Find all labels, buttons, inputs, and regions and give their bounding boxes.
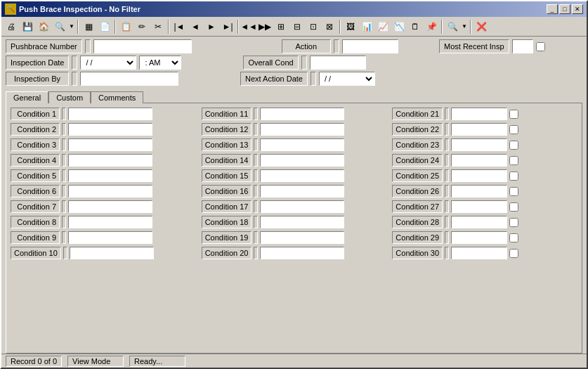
minimize-button[interactable]: _ bbox=[547, 4, 558, 14]
condition-input-23[interactable] bbox=[451, 138, 507, 151]
action-input[interactable] bbox=[342, 39, 398, 53]
tab-custom[interactable]: Custom bbox=[48, 91, 91, 103]
condition-input-18[interactable] bbox=[260, 216, 344, 228]
btn8[interactable]: ⊟ bbox=[289, 19, 305, 34]
tab-comments[interactable]: Comments bbox=[91, 91, 143, 103]
condition-input-5[interactable] bbox=[68, 169, 152, 182]
pushbrace-input[interactable] bbox=[93, 39, 192, 53]
condition-input-20[interactable] bbox=[260, 247, 344, 259]
condition-input-6[interactable] bbox=[68, 185, 152, 198]
delete-button[interactable]: ✂ bbox=[150, 19, 166, 34]
condition-input-28[interactable] bbox=[451, 216, 507, 228]
next-action-indicator bbox=[311, 72, 316, 86]
last-button[interactable]: ►| bbox=[220, 19, 235, 34]
condition-label-24: Condition 24 bbox=[392, 154, 443, 167]
condition-input-25[interactable] bbox=[451, 169, 507, 182]
condition-check-27[interactable] bbox=[509, 202, 518, 212]
condition-input-15[interactable] bbox=[260, 169, 344, 182]
condition-row-19: Condition 19 bbox=[202, 231, 387, 244]
condition-input-26[interactable] bbox=[451, 185, 507, 198]
filter-button[interactable]: 🔍 bbox=[52, 19, 67, 34]
btn16[interactable]: 📌 bbox=[424, 19, 439, 34]
most-recent-checkbox[interactable] bbox=[536, 42, 545, 51]
form-row-2: Inspection Date / / : AM Overall Cond bbox=[6, 56, 582, 70]
condition-indicator-4 bbox=[62, 154, 66, 167]
inspection-date-select[interactable]: / / bbox=[80, 56, 136, 70]
condition-input-8[interactable] bbox=[68, 216, 152, 228]
condition-input-9[interactable] bbox=[68, 231, 152, 244]
condition-check-22[interactable] bbox=[509, 125, 518, 134]
inspection-date-indicator bbox=[72, 56, 77, 70]
btn13[interactable]: 📈 bbox=[375, 19, 391, 34]
prev-button[interactable]: ◄ bbox=[188, 19, 203, 34]
filter-dropdown-button[interactable]: ▼ bbox=[68, 19, 75, 34]
condition-input-10[interactable] bbox=[70, 247, 154, 259]
condition-input-7[interactable] bbox=[68, 200, 152, 213]
first-button[interactable]: |◄ bbox=[171, 19, 187, 34]
condition-input-14[interactable] bbox=[260, 154, 344, 167]
condition-input-21[interactable] bbox=[451, 108, 507, 120]
form-area: Pushbrace Number Action Most Recent Insp… bbox=[1, 37, 587, 91]
condition-check-28[interactable] bbox=[509, 218, 518, 227]
condition-label-6: Condition 6 bbox=[11, 185, 60, 198]
overall-cond-input[interactable] bbox=[310, 56, 366, 70]
maximize-button[interactable]: □ bbox=[559, 4, 570, 14]
condition-check-29[interactable] bbox=[509, 233, 518, 242]
condition-row-3: Condition 3 bbox=[11, 138, 196, 151]
edit-button[interactable]: ✏ bbox=[134, 19, 150, 34]
condition-input-1[interactable] bbox=[68, 108, 152, 120]
btn15[interactable]: 🗒 bbox=[407, 19, 423, 34]
condition-check-30[interactable] bbox=[509, 249, 518, 258]
condition-input-4[interactable] bbox=[68, 154, 152, 167]
condition-input-29[interactable] bbox=[451, 231, 507, 244]
condition-input-19[interactable] bbox=[260, 231, 344, 244]
condition-check-25[interactable] bbox=[509, 171, 518, 181]
btn10[interactable]: ⊠ bbox=[322, 19, 337, 34]
condition-input-30[interactable] bbox=[451, 247, 507, 259]
btn5[interactable]: ◄◄ bbox=[241, 19, 256, 34]
condition-input-2[interactable] bbox=[68, 123, 152, 136]
time-select[interactable]: : AM bbox=[139, 56, 181, 70]
condition-check-21[interactable] bbox=[509, 110, 518, 119]
condition-input-16[interactable] bbox=[260, 185, 344, 198]
condition-label-29: Condition 29 bbox=[392, 231, 443, 244]
close-button[interactable]: ✕ bbox=[572, 4, 583, 14]
condition-input-27[interactable] bbox=[451, 200, 507, 213]
condition-input-3[interactable] bbox=[68, 138, 152, 151]
search2-button[interactable]: 🔍 bbox=[445, 19, 460, 34]
btn14[interactable]: 📉 bbox=[391, 19, 407, 34]
form-button[interactable]: 📄 bbox=[97, 19, 112, 34]
condition-input-11[interactable] bbox=[260, 108, 344, 120]
list-button[interactable]: ▦ bbox=[81, 19, 96, 34]
action-indicator bbox=[334, 39, 339, 53]
condition-check-26[interactable] bbox=[509, 187, 518, 196]
condition-input-17[interactable] bbox=[260, 200, 344, 213]
home-button[interactable]: 🏠 bbox=[36, 19, 51, 34]
next-action-select[interactable]: / / bbox=[319, 72, 375, 86]
btn6[interactable]: ▶▶ bbox=[257, 19, 273, 34]
condition-input-12[interactable] bbox=[260, 123, 344, 136]
conditions-grid: Condition 1 Condition 11 Condition 21 Co… bbox=[11, 108, 577, 259]
close2-button[interactable]: ❌ bbox=[473, 19, 489, 34]
tab-general[interactable]: General bbox=[6, 91, 48, 103]
next-button[interactable]: ► bbox=[204, 19, 219, 34]
condition-check-23[interactable] bbox=[509, 141, 518, 150]
btn9[interactable]: ⊡ bbox=[306, 19, 321, 34]
search-dropdown-button[interactable]: ▼ bbox=[461, 19, 468, 34]
btn7[interactable]: ⊞ bbox=[273, 19, 289, 34]
condition-indicator-5 bbox=[62, 169, 66, 182]
most-recent-input[interactable] bbox=[512, 39, 533, 53]
print-button[interactable]: 🖨 bbox=[4, 19, 19, 34]
btn11[interactable]: 🖼 bbox=[343, 19, 358, 34]
new-button[interactable]: 📋 bbox=[118, 19, 133, 34]
btn12[interactable]: 📊 bbox=[359, 19, 374, 34]
condition-input-24[interactable] bbox=[451, 154, 507, 167]
condition-input-22[interactable] bbox=[451, 123, 507, 136]
condition-indicator-28 bbox=[445, 216, 449, 228]
save-button[interactable]: 💾 bbox=[20, 19, 35, 34]
condition-check-24[interactable] bbox=[509, 156, 518, 165]
condition-row-30: Condition 30 bbox=[392, 247, 577, 259]
inspection-by-label: Inspection By bbox=[6, 72, 69, 86]
condition-input-13[interactable] bbox=[260, 138, 344, 151]
inspection-by-input[interactable] bbox=[80, 72, 178, 86]
